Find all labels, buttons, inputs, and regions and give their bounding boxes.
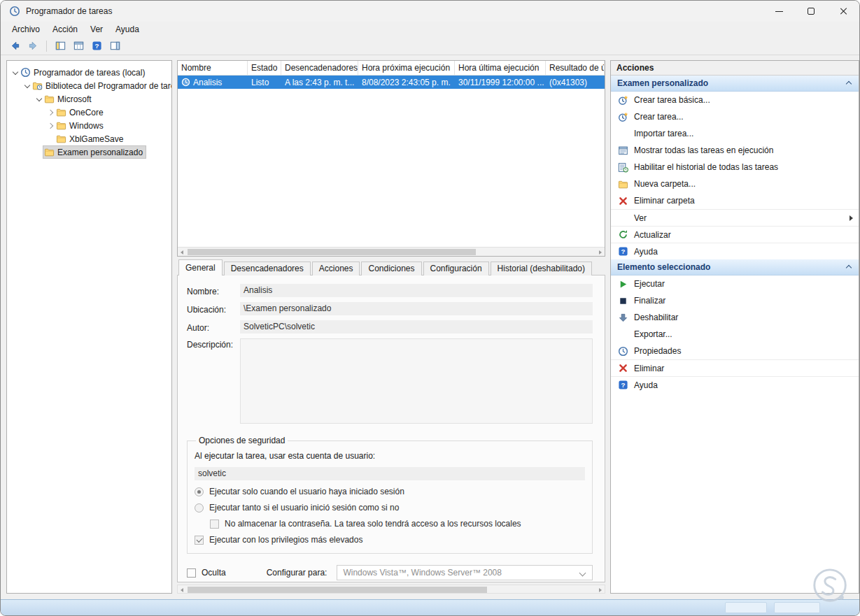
menu-accion[interactable]: Acción <box>47 23 83 36</box>
help-button[interactable] <box>88 38 105 54</box>
action-pane-icon <box>110 41 120 51</box>
folder-icon <box>56 134 66 144</box>
minimize-button[interactable] <box>763 1 795 22</box>
expander-right-icon[interactable] <box>47 122 55 130</box>
action-habilitar-historial[interactable]: Habilitar el historial de todas las tare… <box>611 159 859 176</box>
workspace: Programador de tareas (local) Biblioteca… <box>1 55 859 599</box>
section-header-elemento-seleccionado[interactable]: Elemento seleccionado <box>611 259 859 275</box>
radio-icon[interactable] <box>195 487 204 496</box>
column-hora-proxima[interactable]: Hora próxima ejecución <box>358 61 455 75</box>
tab-configuracion[interactable]: Configuración <box>423 262 489 275</box>
scrollbar-thumb[interactable] <box>188 587 487 593</box>
action-mostrar-tareas-ejecucion[interactable]: Mostrar todas las tareas en ejecución <box>611 142 859 159</box>
folder-icon <box>44 94 55 104</box>
running-tasks-icon <box>618 145 628 156</box>
menu-ayuda[interactable]: Ayuda <box>110 23 145 36</box>
checkbox-label: Ejecutar con los privilegios más elevado… <box>209 535 362 545</box>
tree-item-label: Windows <box>69 121 104 131</box>
configurar-para-dropdown[interactable]: Windows Vista™, Windows Server™ 2008 <box>337 565 593 580</box>
action-crear-tarea-basica[interactable]: Crear tarea básica... <box>611 92 859 108</box>
action-nueva-carpeta[interactable]: Nueva carpeta... <box>611 176 859 192</box>
tab-historial[interactable]: Historial (deshabilitado) <box>491 262 592 275</box>
tree-item-xblgamesave[interactable]: XblGameSave <box>7 132 171 145</box>
action-ayuda-2[interactable]: Ayuda <box>611 376 859 393</box>
menu-archivo[interactable]: Archivo <box>6 23 45 36</box>
action-importar-tarea[interactable]: Importar tarea... <box>611 125 859 142</box>
descripcion-field[interactable] <box>240 338 593 424</box>
action-propiedades[interactable]: Propiedades <box>611 343 859 359</box>
checkbox-label: No almacenar la contraseña. La tarea sol… <box>225 519 521 529</box>
column-estado[interactable]: Estado <box>248 61 281 75</box>
tree-item-microsoft[interactable]: Microsoft <box>7 92 171 106</box>
show-hide-action-pane-button[interactable] <box>106 38 123 54</box>
radio-run-logged-in[interactable]: Ejecutar solo cuando el usuario haya ini… <box>195 487 585 496</box>
new-task-icon <box>618 112 628 122</box>
export-list-button[interactable] <box>70 38 87 54</box>
action-exportar[interactable]: Exportar... <box>611 326 859 343</box>
maximize-button[interactable] <box>795 1 827 22</box>
expander-down-icon[interactable] <box>35 95 43 103</box>
expander-right-icon[interactable] <box>47 108 55 117</box>
checkbox-icon[interactable] <box>195 536 204 545</box>
section-header-examen-personalizado[interactable]: Examen personalizado <box>611 76 859 92</box>
task-list-horizontal-scrollbar[interactable] <box>178 247 605 256</box>
radio-run-whether-logged[interactable]: Ejecutar tanto si el usuario inició sesi… <box>195 503 585 513</box>
tree-item-label: Microsoft <box>57 94 92 104</box>
tree-item-biblioteca[interactable]: Biblioteca del Programador de tareas <box>7 79 171 92</box>
tab-condiciones[interactable]: Condiciones <box>361 262 421 275</box>
collapse-chevron-icon[interactable] <box>845 264 852 271</box>
checkbox-highest-privileges[interactable]: Ejecutar con los privilegios más elevado… <box>195 535 585 545</box>
column-resultado[interactable]: Resultado de ú <box>546 61 605 75</box>
help-icon <box>92 41 102 51</box>
details-tabs: General Desencadenadores Acciones Condic… <box>177 259 605 275</box>
center-column: Nombre Estado Desencadenadores Hora próx… <box>177 60 605 594</box>
menubar: Archivo Acción Ver Ayuda <box>1 22 859 37</box>
action-finalizar[interactable]: Finalizar <box>611 292 859 309</box>
back-button[interactable] <box>6 38 23 54</box>
tab-acciones[interactable]: Acciones <box>312 262 360 275</box>
tree-item-onecore[interactable]: OneCore <box>7 106 171 119</box>
action-eliminar-carpeta[interactable]: Eliminar carpeta <box>611 192 859 209</box>
tab-desencadenadores[interactable]: Desencadenadores <box>224 262 311 275</box>
details-horizontal-scrollbar[interactable] <box>177 585 605 594</box>
column-hora-ultima[interactable]: Hora última ejecución <box>455 61 546 75</box>
toolbar-separator <box>46 41 47 52</box>
back-arrow-icon <box>10 41 20 51</box>
section-header-label: Elemento seleccionado <box>617 262 710 272</box>
action-actualizar[interactable]: Actualizar <box>611 226 859 243</box>
account-caption: Al ejecutar la tarea, usar esta cuenta d… <box>195 451 585 461</box>
expander-down-icon[interactable] <box>23 82 31 90</box>
tree-item-windows[interactable]: Windows <box>7 119 171 132</box>
oculta-checkbox[interactable] <box>187 568 196 578</box>
cell-nombre: Analisis <box>178 76 248 89</box>
tab-general[interactable]: General <box>178 259 223 275</box>
cell-resultado: (0x41303) <box>546 76 605 89</box>
action-eliminar[interactable]: Eliminar <box>611 359 859 376</box>
window-title: Programador de tareas <box>26 6 112 16</box>
task-row-analisis[interactable]: Analisis Listo A las 2:43 p. m. t... 8/0… <box>178 76 605 89</box>
action-ver[interactable]: Ver <box>611 209 859 226</box>
action-deshabilitar[interactable]: Deshabilitar <box>611 309 859 326</box>
checkbox-no-password[interactable]: No almacenar la contraseña. La tarea sol… <box>210 519 585 529</box>
menu-ver[interactable]: Ver <box>85 23 108 36</box>
scrollbar-thumb[interactable] <box>188 249 476 255</box>
tree-item-programador-local[interactable]: Programador de tareas (local) <box>7 66 171 79</box>
action-crear-tarea[interactable]: Crear tarea... <box>611 108 859 125</box>
close-button[interactable] <box>827 1 859 22</box>
collapse-chevron-icon[interactable] <box>845 80 852 87</box>
properties-clock-icon <box>618 346 628 357</box>
titlebar[interactable]: Programador de tareas <box>1 1 859 22</box>
action-ejecutar[interactable]: Ejecutar <box>611 275 859 292</box>
expander-down-icon[interactable] <box>11 69 20 77</box>
radio-icon[interactable] <box>195 503 204 513</box>
action-ayuda-1[interactable]: Ayuda <box>611 243 859 259</box>
show-hide-console-tree-button[interactable] <box>52 38 69 54</box>
forward-button[interactable] <box>24 38 41 54</box>
checkbox-icon[interactable] <box>210 520 219 529</box>
tree-item-examen-personalizado[interactable]: Examen personalizado <box>7 145 171 159</box>
column-nombre[interactable]: Nombre <box>178 61 248 75</box>
tree-item-label: OneCore <box>69 108 104 117</box>
security-group-legend: Opciones de seguridad <box>196 436 288 445</box>
column-desencadenadores[interactable]: Desencadenadores <box>281 61 358 75</box>
section-header-label: Examen personalizado <box>617 78 708 88</box>
